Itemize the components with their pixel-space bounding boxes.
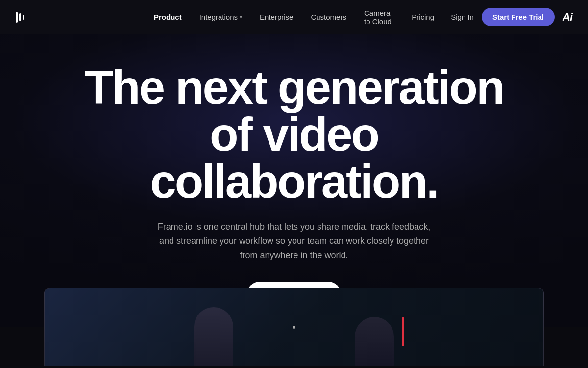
hero-title: The next generation of video collaborati… bbox=[74, 64, 514, 205]
nav-link-customers[interactable]: Customers bbox=[304, 9, 353, 25]
figure-right bbox=[355, 317, 394, 366]
logo-bar-3 bbox=[23, 15, 24, 20]
logo-icon bbox=[16, 12, 24, 23]
red-accent-bar bbox=[402, 317, 404, 346]
nav-link-enterprise[interactable]: Enterprise bbox=[253, 9, 300, 25]
adobe-logo-icon: Ai bbox=[563, 11, 572, 24]
hero-title-line1: The next generation bbox=[84, 61, 503, 113]
nav-left bbox=[16, 12, 24, 23]
nav-center: Product Integrations ▾ Enterprise Custom… bbox=[147, 5, 441, 29]
logo-bar-2 bbox=[19, 13, 21, 21]
screen-content bbox=[45, 288, 543, 366]
nav-trial-button[interactable]: Start Free Trial bbox=[482, 8, 555, 26]
logo-bar-1 bbox=[16, 12, 18, 23]
hero-title-line2: of video collaboration. bbox=[150, 108, 438, 208]
nav-link-integrations[interactable]: Integrations ▾ bbox=[193, 9, 249, 25]
hero-subtitle: Frame.io is one central hub that lets yo… bbox=[157, 220, 431, 262]
nav-integrations-label: Integrations bbox=[199, 13, 238, 21]
laptop-preview bbox=[44, 288, 544, 366]
nav-right: Sign In Start Free Trial Ai bbox=[451, 8, 572, 26]
nav-link-camera-to-cloud[interactable]: Camera to Cloud bbox=[357, 5, 401, 29]
figure-left bbox=[194, 307, 233, 366]
laptop-screen bbox=[45, 288, 543, 366]
hero-section: The next generation of video collaborati… bbox=[0, 34, 588, 327]
navbar: Product Integrations ▾ Enterprise Custom… bbox=[0, 0, 588, 34]
screen-dot bbox=[293, 326, 295, 329]
chevron-down-icon: ▾ bbox=[240, 14, 242, 20]
nav-link-pricing[interactable]: Pricing bbox=[405, 9, 441, 25]
sign-in-link[interactable]: Sign In bbox=[451, 13, 474, 21]
nav-link-product[interactable]: Product bbox=[147, 9, 189, 25]
logo[interactable] bbox=[16, 12, 24, 23]
